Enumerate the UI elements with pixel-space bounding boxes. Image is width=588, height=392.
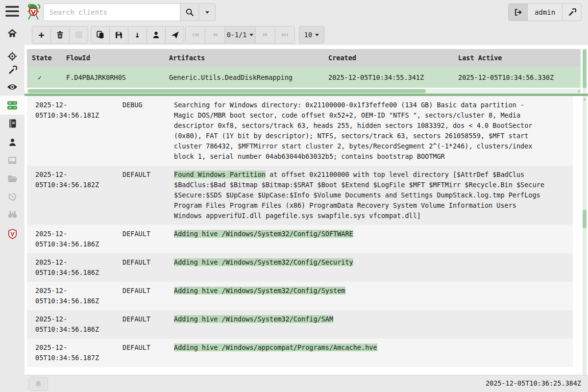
server-time: 2025-12-05T10:36:25.384Z — [486, 379, 581, 387]
horizontal-scrollbar[interactable] — [27, 89, 581, 94]
page-next-icon — [261, 31, 270, 39]
log-message: Searching for Windows directory: 0x21100… — [174, 100, 546, 162]
crosshair-icon — [7, 51, 17, 61]
sidebar-item-host-info[interactable] — [0, 152, 24, 169]
page-size-dropdown[interactable]: 10 — [299, 26, 324, 44]
log-level: DEBUG — [122, 100, 164, 110]
log-message: Adding hive /Windows/System32/Config/SOF… — [174, 229, 546, 239]
flow-vertical-scrollbar[interactable] — [583, 49, 587, 94]
server-stack-icon — [7, 100, 18, 110]
stop-button-disabled — [69, 26, 88, 44]
page-prev-button — [205, 26, 225, 44]
stop-icon — [75, 31, 83, 39]
velociraptor-app: admin — [0, 0, 588, 392]
velociraptor-logo-icon[interactable] — [24, 2, 42, 25]
log-level: DEFAULT — [122, 229, 164, 239]
log-message: Adding hive /Windows/System32/Config/Sys… — [174, 286, 546, 296]
page-last-button — [275, 26, 295, 44]
page-prev-icon — [211, 31, 220, 39]
user-icon — [152, 31, 160, 39]
status-bar: 2025-12-05T10:36:25.384Z — [24, 375, 588, 392]
user-settings-button[interactable] — [562, 3, 582, 21]
col-flowid[interactable]: FlowId — [66, 49, 90, 67]
flow-last-active: 2025-12-05T10:34:56.330Z — [458, 67, 554, 88]
search-button[interactable] — [180, 3, 199, 21]
sidebar-item-notebooks[interactable] — [0, 115, 24, 132]
sidebar-item-home[interactable] — [0, 25, 24, 42]
folder-open-icon — [7, 174, 18, 183]
log-row: 2025-12-05T10:34:56.186Z DEFAULT Adding … — [27, 253, 573, 282]
page-first-button — [185, 26, 205, 44]
username-label[interactable]: admin — [527, 3, 563, 21]
flow-state-check-icon: ✓ — [38, 67, 42, 88]
shield-v-icon — [8, 229, 17, 239]
search-input[interactable] — [43, 3, 180, 21]
log-highlight-text: Adding hive /Windows/System32/Config/SOF… — [174, 230, 353, 238]
log-timestamp: 2025-12-05T10:34:56.186Z — [35, 229, 109, 249]
sidebar-item-documentation[interactable] — [0, 225, 24, 242]
launch-flow-button[interactable] — [165, 26, 184, 44]
send-icon — [171, 30, 179, 39]
user-menu-group: admin — [509, 3, 582, 21]
trash-icon — [56, 30, 64, 39]
log-message: Adding hive /Windows/appcompat/Programs/… — [174, 343, 546, 353]
logout-button[interactable] — [508, 3, 528, 21]
client-search — [43, 3, 216, 21]
hamburger-menu-icon[interactable] — [5, 6, 20, 19]
laptop-icon — [7, 156, 18, 165]
save-button[interactable] — [109, 26, 128, 44]
col-state[interactable]: State — [32, 49, 52, 67]
log-highlight-text: Adding hive /Windows/System32/Config/Sec… — [174, 258, 353, 266]
scroll-right-arrow-icon[interactable] — [578, 90, 581, 93]
page-range-dropdown[interactable]: 0-1/1 — [224, 26, 256, 44]
copy-button[interactable] — [91, 26, 110, 44]
col-created[interactable]: Created — [328, 49, 356, 67]
log-row: 2025-12-05T10:34:56.186Z DEFAULT Adding … — [27, 310, 573, 339]
left-sidebar — [0, 24, 24, 392]
log-scroll-thumb[interactable] — [583, 210, 587, 228]
sidebar-item-vfs[interactable] — [0, 170, 24, 187]
log-vertical-scrollbar[interactable] — [583, 96, 587, 375]
chevron-down-icon — [315, 34, 319, 36]
search-options-dropdown[interactable] — [198, 3, 216, 21]
sidebar-item-users[interactable] — [0, 134, 24, 150]
log-row: 2025-12-05T10:34:56.181Z DEBUG Searching… — [27, 96, 573, 166]
eye-icon — [7, 83, 18, 91]
book-icon — [8, 119, 17, 128]
sidebar-item-collected-flows[interactable] — [0, 188, 24, 205]
page-size-label: 10 — [304, 31, 312, 39]
log-timestamp: 2025-12-05T10:34:56.186Z — [35, 314, 109, 335]
horizontal-scroll-thumb[interactable] — [28, 89, 426, 93]
binoculars-icon — [7, 210, 18, 219]
log-message: Adding hive /Windows/System32/Config/Sec… — [174, 257, 546, 268]
log-row: 2025-12-05T10:34:56.186Z DEFAULT Adding … — [27, 282, 573, 310]
log-row: 2025-12-05T10:34:56.182Z DEFAULT Found W… — [27, 166, 573, 225]
log-level: DEFAULT — [122, 343, 164, 353]
flow-log-table: 2025-12-05T10:34:56.181Z DEBUG Searching… — [27, 96, 573, 367]
flow-artifacts: Generic.Utils.DeadDiskRemapping — [169, 67, 293, 88]
page-first-icon — [191, 31, 200, 39]
scroll-up-arrow-icon[interactable] — [583, 98, 587, 100]
sidebar-item-dashboard[interactable] — [0, 78, 24, 95]
log-timestamp: 2025-12-05T10:34:56.181Z — [35, 100, 109, 121]
new-collection-button[interactable]: + — [32, 26, 51, 44]
wrench-icon — [8, 66, 17, 75]
flow-table-row-selected[interactable]: ✓ F.D4PBAJRK0RH0S Generic.Utils.DeadDisk… — [27, 67, 581, 88]
col-artifacts[interactable]: Artifacts — [169, 49, 205, 67]
log-highlight-text: Adding hive /Windows/appcompat/Programs/… — [174, 343, 377, 351]
assign-user-button[interactable] — [147, 26, 166, 44]
log-highlight-text: Adding hive /Windows/System32/Config/Sys… — [174, 287, 345, 294]
col-last-active[interactable]: Last Active — [458, 49, 502, 67]
log-level: DEFAULT — [122, 257, 164, 268]
sidebar-item-server-events[interactable] — [0, 97, 24, 114]
notifications-button-disabled — [28, 377, 48, 391]
copy-icon — [96, 30, 105, 39]
delete-button[interactable] — [50, 26, 70, 44]
sign-out-icon — [514, 8, 522, 17]
download-button[interactable]: ↓ — [128, 26, 147, 44]
wrench-icon — [568, 8, 576, 17]
sidebar-item-search[interactable] — [0, 206, 24, 222]
chevron-down-icon — [249, 34, 253, 36]
flow-scroll-thumb[interactable] — [583, 49, 587, 88]
sidebar-item-artifacts[interactable] — [0, 62, 24, 78]
